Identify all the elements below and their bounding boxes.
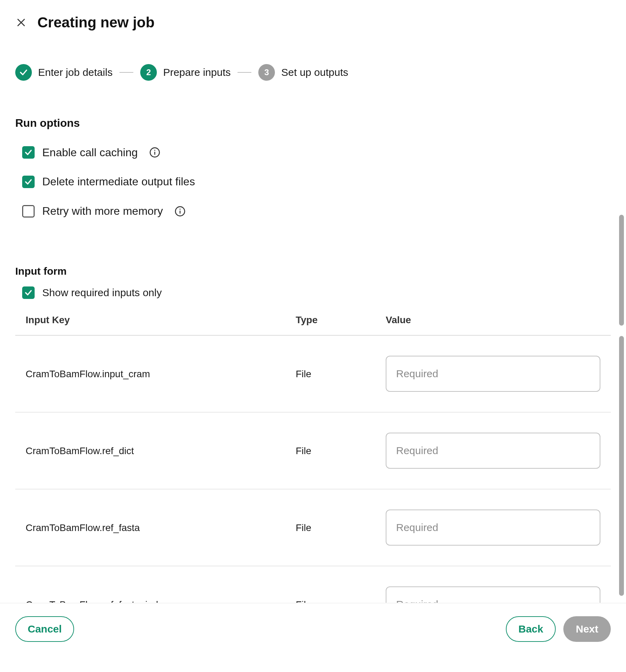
footer: Cancel Back Next: [0, 603, 626, 672]
step-enter-job-details[interactable]: Enter job details: [15, 64, 113, 81]
checkbox-show-required[interactable]: [22, 286, 35, 299]
next-button[interactable]: Next: [563, 616, 611, 642]
checkmark-icon: [15, 64, 32, 81]
input-value-field[interactable]: [386, 510, 600, 546]
input-type: File: [296, 521, 386, 534]
option-enable-call-caching: Enable call caching: [22, 145, 611, 160]
option-delete-intermediate: Delete intermediate output files: [22, 174, 611, 189]
option-label: Delete intermediate output files: [42, 174, 195, 189]
step-label: Enter job details: [38, 65, 113, 80]
cancel-button[interactable]: Cancel: [15, 616, 74, 642]
run-options-heading: Run options: [15, 115, 611, 131]
step-connector-icon: [238, 72, 251, 73]
step-number-icon: 2: [140, 64, 157, 81]
svg-point-4: [154, 150, 155, 151]
show-required-label: Show required inputs only: [42, 285, 162, 300]
step-set-up-outputs[interactable]: 3 Set up outputs: [258, 64, 348, 81]
back-button[interactable]: Back: [506, 616, 556, 642]
show-required-row: Show required inputs only: [15, 285, 611, 300]
stepper: Enter job details 2 Prepare inputs 3 Set…: [15, 64, 611, 81]
info-icon[interactable]: [149, 147, 161, 158]
input-value-field[interactable]: [386, 356, 600, 392]
column-header-type: Type: [296, 313, 386, 327]
close-icon[interactable]: [15, 17, 27, 28]
option-label: Enable call caching: [42, 145, 138, 160]
table-row: CramToBamFlow.ref_dict File: [15, 413, 611, 489]
table-row: CramToBamFlow.input_cram File: [15, 336, 611, 413]
step-connector-icon: [119, 72, 133, 73]
option-retry-more-memory: Retry with more memory: [22, 203, 611, 219]
step-label: Prepare inputs: [163, 65, 231, 80]
dialog-header: Creating new job: [15, 12, 611, 33]
input-table-header: Input Key Type Value: [15, 310, 611, 336]
input-key: CramToBamFlow.ref_fasta: [26, 521, 296, 534]
svg-point-7: [179, 209, 180, 210]
checkbox-retry-more-memory[interactable]: [22, 205, 35, 218]
scrollbar-icon[interactable]: [619, 215, 624, 326]
step-number-icon: 3: [258, 64, 275, 81]
input-key: CramToBamFlow.input_cram: [26, 367, 296, 381]
input-type: File: [296, 367, 386, 381]
input-form-heading: Input form: [15, 264, 611, 278]
input-type: File: [296, 444, 386, 458]
scrollbar-icon[interactable]: [619, 336, 624, 596]
checkbox-delete-intermediate[interactable]: [22, 176, 35, 188]
info-icon[interactable]: [174, 205, 186, 217]
checkbox-enable-call-caching[interactable]: [22, 146, 35, 159]
column-header-value: Value: [386, 313, 600, 327]
column-header-key: Input Key: [26, 313, 296, 327]
page-title: Creating new job: [37, 12, 154, 33]
step-prepare-inputs[interactable]: 2 Prepare inputs: [140, 64, 231, 81]
input-value-field[interactable]: [386, 433, 600, 469]
input-key: CramToBamFlow.ref_dict: [26, 444, 296, 458]
table-row: CramToBamFlow.ref_fasta File: [15, 489, 611, 566]
step-label: Set up outputs: [281, 65, 348, 80]
option-label: Retry with more memory: [42, 203, 163, 219]
